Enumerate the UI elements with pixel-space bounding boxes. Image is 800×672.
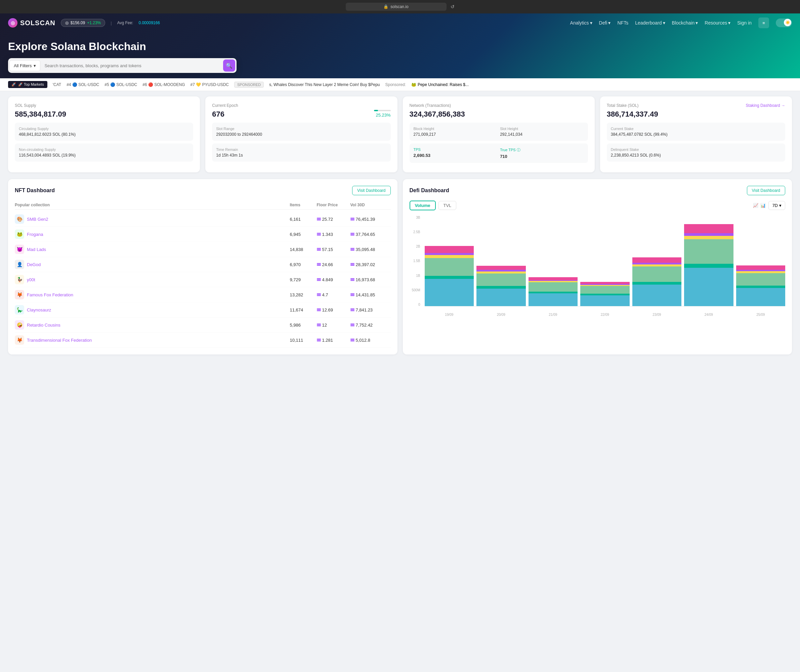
sol-icon (350, 339, 354, 341)
x-axis-label: 21/09 (528, 313, 578, 317)
nft-items-count: 9,729 (290, 277, 317, 282)
bar-chart-icon[interactable]: 📊 (760, 203, 766, 208)
search-button[interactable]: 🔍 (223, 59, 235, 72)
x-axis: 19/0920/0921/0922/0923/0924/0925/09 (425, 313, 786, 317)
theme-toggle[interactable] (776, 19, 792, 27)
col-items: Items (290, 203, 317, 207)
period-select[interactable]: 7D ▾ (768, 201, 785, 210)
bar-segment (425, 276, 474, 279)
bar-stack (684, 224, 733, 306)
time-remain-card: Time Remain 1d 15h 43m 1s (212, 144, 390, 162)
chevron-down-icon: ▾ (779, 203, 781, 208)
bar-stack (477, 266, 526, 306)
nft-vol-30d: 35,095.48 (350, 247, 391, 252)
nft-collection-link[interactable]: 🐸 Frogana (15, 229, 290, 239)
nft-floor-price: 4.7 (317, 292, 350, 298)
ticker-item[interactable]: #4 🔵 SOL-USDC (67, 82, 99, 87)
slot-height-group: Slot Height 292,141,034 (500, 127, 584, 137)
slot-height-value: 292,141,034 (500, 132, 584, 137)
sol-price: $156.09 (70, 21, 85, 25)
bar-group[interactable] (425, 216, 474, 306)
nav-blockchain[interactable]: Blockchain ▾ (672, 20, 698, 26)
nft-collection-link[interactable]: 🦕 Claynosaurz (15, 305, 290, 315)
delinquent-value: 2,238,850.4213 SOL (0.6%) (611, 153, 781, 158)
rocket-icon: 🚀 (11, 82, 16, 87)
nft-collection-link[interactable]: 🎨 SMB Gen2 (15, 214, 290, 224)
bar-group[interactable] (632, 216, 682, 306)
reload-button[interactable]: ↺ (451, 4, 454, 10)
bar-group[interactable] (477, 216, 526, 306)
epoch-progress-pct: 25.23% (374, 112, 391, 118)
bar-group[interactable] (580, 216, 630, 306)
staking-dashboard-link[interactable]: Staking Dashboard → (746, 103, 785, 108)
slot-height-label: Slot Height (500, 127, 584, 131)
ticker-item[interactable]: #6 🔴 SOL-MOODENG (142, 82, 185, 87)
nft-collection-link[interactable]: 🤪 Retardio Cousins (15, 320, 290, 330)
network-value: 324,367,856,383 (410, 110, 588, 118)
bar-group[interactable] (684, 216, 733, 306)
nav-leaderboard[interactable]: Leaderboard ▾ (635, 20, 665, 26)
chevron-down-icon: ▾ (608, 20, 611, 26)
bar-segment (736, 288, 786, 306)
line-chart-icon[interactable]: 📈 (753, 203, 758, 208)
ticker-item[interactable]: #5 🔵 SOL-USDC (104, 82, 137, 87)
nft-vol-30d: 14,431.85 (350, 292, 391, 298)
tvl-tab[interactable]: TVL (438, 201, 457, 210)
ticker-item[interactable]: 'CAT (53, 82, 61, 87)
sol-icon (317, 218, 321, 221)
col-collection: Popular collection (15, 203, 290, 207)
sol-icon (350, 263, 354, 266)
ticker-ad-2-text: Pepe Unchained: Raises $... (418, 82, 469, 87)
block-height-group: Block Height 271,009,217 (414, 127, 498, 137)
y-axis-label: 0 (418, 303, 420, 306)
nft-collection-link[interactable]: 🦆 y00t (15, 275, 290, 284)
nft-collection-link[interactable]: 🦊 Transdimensional Fox Federation (15, 335, 290, 345)
epoch-label: Current Epoch (212, 103, 390, 108)
epoch-value: 676 (212, 110, 224, 118)
bar-group[interactable] (736, 216, 786, 306)
sol-icon (350, 323, 354, 326)
ticker-item[interactable]: #7 💛 PYUSD-USDC (190, 82, 229, 87)
bar-stack (632, 258, 682, 306)
nft-visit-button[interactable]: Visit Dashboard (352, 186, 391, 195)
nav-resources[interactable]: Resources ▾ (705, 20, 730, 26)
url-bar[interactable]: 🔒 solscan.io (346, 3, 446, 11)
signin-button[interactable]: Sign in (737, 20, 752, 26)
bar-segment (684, 233, 733, 236)
logo-text: SOLSCAN (20, 19, 56, 27)
slot-range-value: 292032000 to 292464000 (216, 132, 386, 137)
price-change: +1.23% (87, 21, 101, 25)
nft-collection-link[interactable]: 👤 DeGod (15, 260, 290, 269)
nav-analytics[interactable]: Analytics ▾ (570, 20, 592, 26)
nav-defi[interactable]: Defi ▾ (599, 20, 611, 26)
nft-avatar: 🐸 (15, 229, 24, 239)
volume-tab[interactable]: Volume (410, 201, 436, 210)
sol-icon (317, 339, 321, 341)
nft-collection-link[interactable]: 🦊 Famous Fox Federation (15, 290, 290, 299)
nft-collection-link[interactable]: 😈 Mad Lads (15, 245, 290, 254)
sol-icon (350, 248, 354, 251)
nft-items-count: 6,945 (290, 232, 317, 237)
bar-segment (684, 236, 733, 239)
search-input[interactable] (40, 61, 223, 71)
ticker-bar: 🚀 🚀 Top Markets 'CAT #4 🔵 SOL-USDC #5 🔵 … (0, 78, 800, 91)
bar-segment (477, 286, 526, 288)
x-axis-label: 25/09 (736, 313, 786, 317)
defi-dashboard-card: Defi Dashboard Visit Dashboard Volume TV… (403, 179, 792, 355)
nav-nfts[interactable]: NFTs (617, 20, 628, 26)
nft-items-count: 14,838 (290, 247, 317, 252)
defi-visit-button[interactable]: Visit Dashboard (747, 186, 786, 195)
true-tps-group: True TPS ⓘ 710 (500, 147, 584, 159)
nft-name: SMB Gen2 (27, 217, 48, 222)
bar-segment (425, 255, 474, 258)
hero-section: Explore Solana Blockchain All Filters ▾ … (8, 32, 792, 78)
nft-table-row: 🤪 Retardio Cousins 5,986 12 7,752.42 (15, 317, 391, 333)
block-height-label: Block Height (414, 127, 498, 131)
nft-items-count: 5,986 (290, 323, 317, 328)
sol-icon (350, 218, 354, 221)
filter-dropdown[interactable]: All Filters ▾ (10, 60, 40, 71)
menu-icon-button[interactable]: ≡ (758, 18, 769, 28)
logo[interactable]: ◎ SOLSCAN (8, 18, 56, 27)
y-axis-label: 1B (416, 274, 420, 278)
bar-group[interactable] (528, 216, 578, 306)
